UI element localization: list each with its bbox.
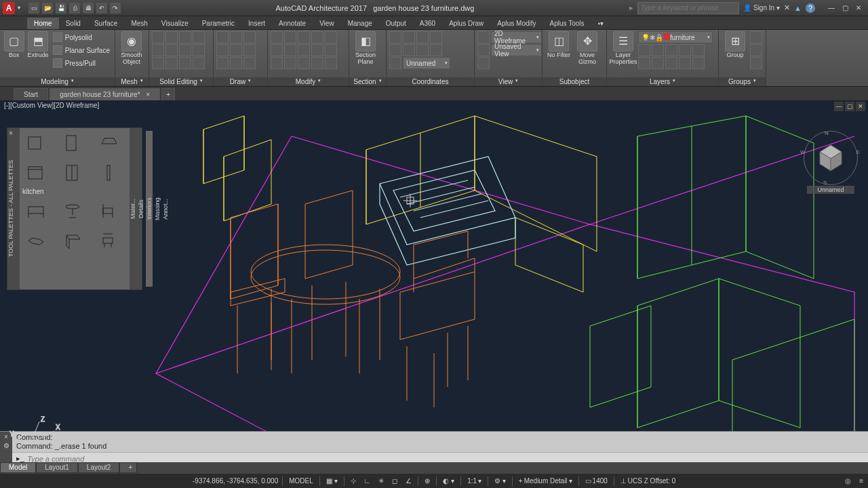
exchange-icon[interactable]: ✕	[784, 3, 790, 12]
visual-style-dropdown[interactable]: 2D Wireframe	[491, 31, 542, 43]
palette-title-side[interactable]: TOOL PALETTES - ALL PALETTES	[7, 128, 20, 289]
palette-item[interactable]	[59, 198, 86, 222]
ucs-offset-readout[interactable]: ⊥ UCS Z Offset: 0	[618, 477, 677, 485]
ucs-icon[interactable]	[389, 31, 401, 43]
layer-icon[interactable]	[652, 44, 664, 56]
tab-aplus-tools[interactable]: Aplus Tools	[543, 18, 591, 29]
mod-icon[interactable]	[325, 57, 337, 69]
draw-icon[interactable]	[216, 57, 229, 69]
tab-parametric[interactable]: Parametric	[195, 18, 241, 29]
snap-icon[interactable]: ⊹	[349, 477, 358, 485]
tab-a360[interactable]: A360	[413, 18, 442, 29]
draw-icon[interactable]	[243, 31, 256, 43]
se-icon[interactable]	[179, 44, 191, 56]
palette-item[interactable]	[59, 161, 86, 185]
tab-home[interactable]: Home	[27, 18, 59, 29]
tab-solid[interactable]: Solid	[59, 18, 87, 29]
smooth-object-button[interactable]: ◉Smooth Object	[118, 31, 145, 66]
mod-icon[interactable]	[311, 31, 323, 43]
mod-icon[interactable]	[311, 44, 323, 56]
presspull-button[interactable]: Press/Pull	[51, 57, 112, 69]
tab-visualize[interactable]: Visualize	[155, 18, 195, 29]
mod-icon[interactable]	[271, 57, 283, 69]
section-plane-button[interactable]: ◧Section Plane	[352, 31, 379, 66]
ucs-icon[interactable]	[430, 31, 442, 43]
app-icon[interactable]: ▲	[794, 4, 802, 12]
track-icon[interactable]: ∠	[403, 477, 414, 485]
se-icon[interactable]	[193, 57, 205, 69]
tab-surface[interactable]: Surface	[87, 18, 124, 29]
grid-icon[interactable]: ▦ ▾	[324, 477, 340, 485]
palette-item[interactable]	[96, 131, 123, 155]
draw-icon[interactable]	[216, 44, 229, 56]
extrude-button[interactable]: ⬒Extrude	[26, 31, 49, 59]
ucs-icon[interactable]	[403, 31, 415, 43]
tab-output[interactable]: Output	[379, 18, 413, 29]
se-icon[interactable]	[152, 57, 164, 69]
planar-surface-button[interactable]: Planar Surface	[51, 44, 112, 56]
mod-icon[interactable]	[298, 44, 310, 56]
close-button[interactable]: ✕	[852, 3, 865, 14]
cut-plane-icon[interactable]: ◐ ▾	[441, 477, 456, 485]
ucs-icon[interactable]	[416, 31, 429, 43]
tool-palette[interactable]: × TOOL PALETTES - ALL PALETTES kitchen	[7, 127, 142, 290]
mod-icon[interactable]	[298, 31, 310, 43]
new-icon[interactable]: ▭	[28, 3, 39, 14]
mod-icon[interactable]	[271, 44, 283, 56]
tab-start[interactable]: Start	[14, 88, 48, 100]
se-icon[interactable]	[179, 31, 191, 43]
quality-dropdown[interactable]: + Medium Detail ▾	[517, 477, 574, 485]
osnap-icon[interactable]: ◻	[390, 477, 399, 485]
move-gizmo-button[interactable]: ✥Move Gizmo	[574, 31, 601, 66]
ucs-icon[interactable]	[403, 44, 415, 56]
maximize-button[interactable]: ▢	[838, 3, 852, 14]
palette-item[interactable]	[59, 131, 86, 155]
ucs-icon[interactable]	[416, 44, 429, 56]
group-button[interactable]: ⊞Group	[722, 31, 749, 59]
draw-icon[interactable]	[230, 31, 242, 43]
saved-view-icon[interactable]	[477, 44, 490, 56]
polysolid-button[interactable]: Polysolid	[51, 31, 112, 43]
tab-insert[interactable]: Insert	[241, 18, 272, 29]
se-icon[interactable]	[165, 31, 178, 43]
no-filter-button[interactable]: ◫No Filter	[545, 31, 572, 59]
tab-view[interactable]: View	[313, 18, 341, 29]
redo-icon[interactable]: ↷	[110, 3, 121, 14]
ucs-icon[interactable]	[389, 57, 401, 69]
layer-dropdown[interactable]: 💡❄🔒 furniture	[638, 31, 713, 43]
minimize-button[interactable]: —	[825, 3, 838, 14]
draw-icon[interactable]	[243, 57, 256, 69]
mod-icon[interactable]	[284, 57, 296, 69]
ucs-named-dropdown[interactable]: Unnamed	[403, 57, 450, 69]
tab-annotate[interactable]: Annotate	[272, 18, 313, 29]
group-icon[interactable]	[750, 31, 762, 43]
group-icon[interactable]	[750, 57, 762, 69]
tab-close-icon[interactable]: ×	[146, 91, 150, 98]
help-icon[interactable]: ?	[806, 3, 815, 13]
tab-mesh[interactable]: Mesh	[124, 18, 154, 29]
new-layout-button[interactable]: +	[119, 462, 137, 473]
viewport-maximize-icon[interactable]: ▢	[845, 102, 854, 111]
palette-item[interactable]	[22, 228, 50, 252]
viewport-close-icon[interactable]: ✕	[856, 102, 865, 111]
viewcube-label[interactable]: Unnamed	[807, 186, 854, 194]
mod-icon[interactable]	[284, 44, 296, 56]
ortho-icon[interactable]: ∟	[362, 477, 373, 485]
layer-icon[interactable]	[638, 44, 650, 56]
se-icon[interactable]	[193, 31, 205, 43]
saved-view-dropdown[interactable]: Unsaved View	[491, 44, 542, 56]
se-icon[interactable]	[193, 44, 205, 56]
elevation-readout[interactable]: ▭ 1400	[583, 477, 610, 485]
sign-in-button[interactable]: 👤 Sign In ▾	[743, 4, 780, 12]
mod-icon[interactable]	[298, 57, 310, 69]
se-icon[interactable]	[152, 44, 164, 56]
coordinate-readout[interactable]: -9374.866, -3764.635, 0.000	[193, 477, 278, 485]
se-icon[interactable]	[152, 31, 164, 43]
palette-item[interactable]	[22, 161, 50, 185]
gear-icon[interactable]: ⚙ ▾	[492, 477, 508, 485]
model-toggle[interactable]: MODEL	[287, 477, 315, 485]
layout-tab-model[interactable]: Model	[0, 462, 36, 473]
tab-manage[interactable]: Manage	[341, 18, 379, 29]
mod-icon[interactable]	[284, 31, 296, 43]
layer-icon[interactable]	[692, 57, 705, 69]
